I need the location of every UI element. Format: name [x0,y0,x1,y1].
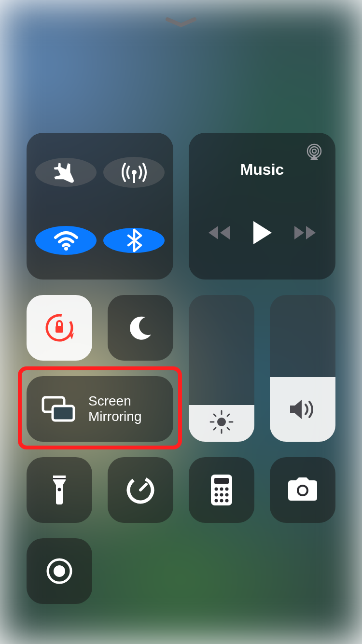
brightness-slider[interactable] [189,295,254,442]
svg-line-16 [227,414,229,416]
orientation-lock-button[interactable] [27,295,92,361]
svg-point-33 [225,499,229,503]
svg-point-4 [310,147,319,155]
rewind-button[interactable] [206,224,232,241]
cellular-data-button[interactable] [103,157,165,188]
svg-point-26 [220,488,223,491]
svg-point-25 [215,488,218,491]
airplane-icon [52,158,81,187]
cellular-antenna-icon [119,157,150,188]
screen-mirroring-label: Screen Mirroring [88,393,141,424]
svg-point-30 [225,493,229,497]
svg-line-13 [214,414,216,416]
svg-point-8 [217,418,226,426]
screen-mirroring-icon [40,394,77,423]
screen-mirroring-button[interactable]: Screen Mirroring [27,376,173,442]
airplay-audio-icon[interactable] [305,142,324,162]
volume-icon [287,396,318,423]
svg-line-14 [227,428,229,430]
camera-icon [285,476,320,504]
svg-rect-19 [53,478,66,479]
control-center: Music [0,0,362,644]
svg-point-35 [299,487,306,494]
svg-line-22 [140,484,146,490]
screen-record-button[interactable] [27,538,92,604]
do-not-disturb-button[interactable] [108,295,173,361]
media-title: Music [240,161,284,179]
timer-icon [125,475,156,505]
brightness-icon [208,408,235,435]
svg-rect-7 [56,326,63,333]
svg-rect-24 [214,478,229,484]
volume-slider[interactable] [270,295,335,442]
wifi-button[interactable] [35,226,97,255]
svg-point-2 [64,247,68,251]
wifi-icon [52,226,81,255]
bluetooth-icon [122,228,147,253]
fast-forward-button[interactable] [292,224,319,241]
camera-button[interactable] [270,457,335,523]
calculator-icon [209,474,234,506]
connectivity-module[interactable] [27,133,173,280]
svg-line-15 [214,428,216,430]
flashlight-button[interactable] [27,457,92,523]
moon-icon [126,313,155,342]
orientation-lock-icon [42,310,77,345]
svg-point-32 [220,499,223,503]
svg-point-27 [225,488,229,491]
play-icon [251,220,273,245]
rewind-icon [206,224,232,241]
bluetooth-button[interactable] [103,228,165,253]
svg-point-5 [312,149,316,153]
dismiss-chevron-icon[interactable] [166,17,196,28]
svg-rect-18 [53,406,74,420]
flashlight-icon [49,473,70,507]
svg-point-37 [54,565,65,577]
svg-point-29 [220,493,223,497]
calculator-button[interactable] [189,457,254,523]
svg-point-20 [58,488,61,491]
play-button[interactable] [251,220,273,245]
svg-rect-1 [133,173,135,183]
record-icon [45,557,74,586]
airplane-mode-button[interactable] [35,158,97,187]
svg-point-28 [215,493,218,497]
svg-point-31 [215,499,218,503]
fast-forward-icon [292,224,319,241]
media-module[interactable]: Music [189,133,335,280]
timer-button[interactable] [108,457,173,523]
